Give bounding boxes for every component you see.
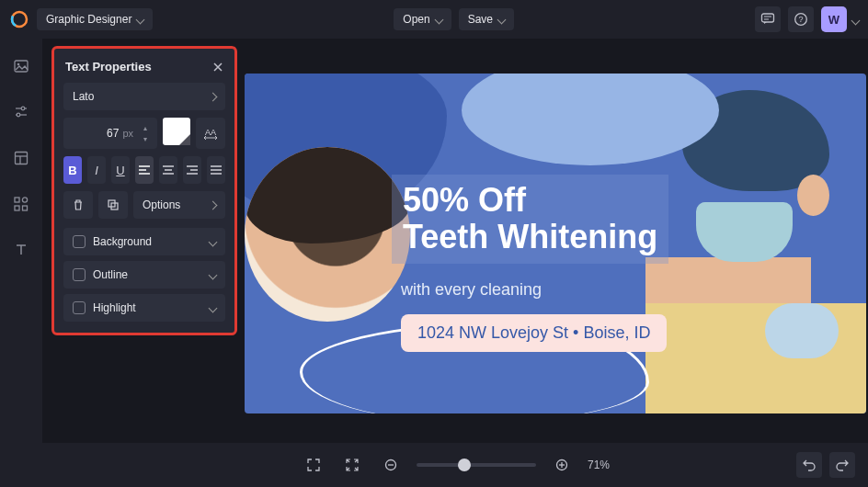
canvas-smile-photo bbox=[245, 147, 410, 322]
open-label: Open bbox=[403, 13, 429, 26]
font-name: Lato bbox=[73, 90, 94, 103]
zoom-percent: 71% bbox=[588, 459, 610, 471]
chevron-down-icon bbox=[210, 268, 216, 281]
options-menu[interactable]: Options bbox=[133, 191, 225, 219]
zoom-in-icon[interactable] bbox=[549, 452, 575, 478]
avatar-letter: W bbox=[828, 13, 839, 27]
mode-dropdown[interactable]: Graphic Designer bbox=[37, 8, 153, 30]
user-avatar[interactable]: W bbox=[821, 6, 847, 32]
svg-rect-16 bbox=[15, 198, 19, 202]
chevron-down-icon bbox=[137, 13, 143, 26]
size-step-down[interactable]: ▾ bbox=[141, 134, 150, 143]
chevron-down-icon bbox=[498, 13, 505, 26]
chevron-down-icon bbox=[210, 301, 216, 314]
background-label: Background bbox=[93, 235, 152, 248]
save-menu[interactable]: Save bbox=[459, 8, 514, 30]
align-justify-button[interactable] bbox=[207, 156, 225, 184]
zoom-out-icon[interactable] bbox=[378, 452, 404, 478]
svg-point-12 bbox=[17, 113, 20, 117]
text-properties-panel: Text Properties Lato 67 px ▴ ▾ AA B I U bbox=[51, 46, 237, 335]
svg-rect-7 bbox=[15, 61, 28, 72]
checkbox-icon bbox=[73, 235, 86, 248]
zoom-thumb[interactable] bbox=[458, 459, 471, 471]
svg-point-17 bbox=[22, 198, 27, 202]
checkbox-icon bbox=[73, 301, 86, 314]
delete-icon[interactable] bbox=[63, 191, 93, 219]
zoom-slider[interactable] bbox=[417, 463, 536, 467]
svg-text:?: ? bbox=[798, 15, 803, 24]
highlight-label: Highlight bbox=[93, 301, 136, 314]
svg-point-10 bbox=[21, 107, 25, 110]
text-color-swatch[interactable] bbox=[163, 118, 190, 145]
underline-button[interactable]: U bbox=[111, 156, 130, 184]
font-size-value: 67 bbox=[107, 127, 119, 140]
redo-icon[interactable] bbox=[829, 452, 855, 478]
fit-screen-icon[interactable] bbox=[339, 452, 365, 478]
highlight-toggle[interactable]: Highlight bbox=[63, 294, 225, 322]
undo-icon[interactable] bbox=[796, 452, 822, 478]
svg-rect-2 bbox=[762, 14, 774, 22]
elements-tool-icon[interactable] bbox=[10, 193, 32, 215]
align-left-button[interactable] bbox=[135, 156, 154, 184]
headline-line-2: Teeth Whitening bbox=[403, 219, 657, 255]
adjustments-tool-icon[interactable] bbox=[10, 101, 32, 123]
address-box[interactable]: 1024 NW Lovejoy St • Boise, ID bbox=[401, 314, 667, 352]
headline-text[interactable]: 50% Off Teeth Whitening bbox=[392, 175, 668, 264]
fullscreen-icon[interactable] bbox=[301, 452, 326, 478]
headline-line-1: 50% Off bbox=[403, 182, 657, 219]
top-bar: Graphic Designer Open Save ? W bbox=[0, 0, 868, 39]
chevron-down-icon bbox=[210, 235, 216, 248]
italic-button[interactable]: I bbox=[87, 156, 106, 184]
mode-label: Graphic Designer bbox=[46, 13, 131, 26]
letter-spacing-button[interactable]: AA bbox=[196, 118, 225, 149]
duplicate-icon[interactable] bbox=[98, 191, 128, 219]
align-center-button[interactable] bbox=[159, 156, 177, 184]
image-tool-icon[interactable] bbox=[10, 55, 32, 77]
bold-button[interactable]: B bbox=[63, 156, 82, 184]
svg-rect-19 bbox=[23, 206, 28, 210]
chevron-right-icon bbox=[210, 198, 216, 211]
open-menu[interactable]: Open bbox=[394, 8, 451, 30]
outline-toggle[interactable]: Outline bbox=[63, 261, 225, 289]
size-step-up[interactable]: ▴ bbox=[141, 123, 150, 132]
svg-rect-13 bbox=[16, 153, 28, 164]
chevron-right-icon bbox=[210, 90, 216, 103]
text-actions-row: Options bbox=[63, 191, 225, 219]
canvas-blob-light bbox=[462, 74, 719, 165]
feedback-icon[interactable] bbox=[755, 6, 781, 32]
chevron-down-icon[interactable] bbox=[852, 11, 859, 28]
checkbox-icon bbox=[73, 268, 86, 281]
app-logo[interactable] bbox=[9, 9, 29, 29]
template-tool-icon[interactable] bbox=[10, 147, 32, 169]
close-icon[interactable] bbox=[212, 62, 223, 73]
font-size-input[interactable]: 67 px ▴ ▾ bbox=[63, 118, 157, 149]
font-size-unit: px bbox=[122, 128, 133, 139]
text-tool-icon[interactable] bbox=[10, 239, 32, 261]
bottom-bar: 71% bbox=[42, 443, 868, 487]
font-family-selector[interactable]: Lato bbox=[63, 83, 225, 110]
background-toggle[interactable]: Background bbox=[63, 228, 225, 255]
chevron-down-icon bbox=[436, 13, 442, 26]
align-right-button[interactable] bbox=[183, 156, 201, 184]
subhead-text[interactable]: with every cleaning bbox=[401, 280, 542, 300]
help-icon[interactable]: ? bbox=[788, 6, 814, 32]
svg-text:AA: AA bbox=[205, 128, 216, 137]
text-style-row: B I U bbox=[63, 156, 225, 184]
outline-label: Outline bbox=[93, 268, 128, 281]
font-size-row: 67 px ▴ ▾ AA bbox=[63, 118, 225, 149]
svg-rect-18 bbox=[15, 206, 19, 210]
svg-point-8 bbox=[17, 63, 20, 66]
design-canvas[interactable]: 50% Off Teeth Whitening with every clean… bbox=[245, 74, 866, 413]
save-label: Save bbox=[468, 13, 493, 26]
options-label: Options bbox=[143, 198, 180, 211]
left-rail bbox=[0, 39, 42, 487]
panel-title: Text Properties bbox=[65, 60, 152, 74]
